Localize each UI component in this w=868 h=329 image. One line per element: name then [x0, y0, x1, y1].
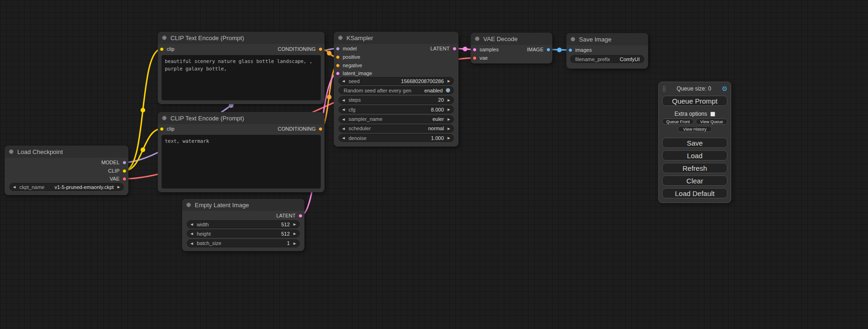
node-clip-text-encode-negative[interactable]: CLIP Text Encode (Prompt) clip CONDITION… [158, 112, 325, 192]
decrement-icon[interactable]: ◀ [191, 223, 193, 226]
node-title: CLIP Text Encode (Prompt) [170, 115, 244, 122]
image-output-slot[interactable] [546, 48, 550, 52]
decrement-icon[interactable]: ◀ [342, 79, 345, 83]
vae-output-slot[interactable] [122, 177, 127, 181]
node-load-checkpoint[interactable]: Load Checkpoint MODEL CLIP VAE ◀ ckpt_na… [5, 146, 128, 195]
node-graph-canvas[interactable]: CLIP Text Encode (Prompt) clip CONDITION… [0, 0, 868, 329]
queue-prompt-button[interactable]: Queue Prompt [662, 96, 727, 106]
decrement-icon[interactable]: ◀ [342, 98, 345, 102]
increment-icon[interactable]: ▶ [294, 242, 296, 245]
output-label-latent: LATENT [276, 213, 296, 218]
increment-icon[interactable]: ▶ [294, 223, 296, 226]
negative-prompt-textarea[interactable]: text, watermark [162, 135, 321, 189]
input-label-samples: samples [480, 47, 499, 52]
collapse-dot[interactable] [338, 35, 343, 40]
decrement-icon[interactable]: ◀ [342, 127, 345, 130]
model-output-slot[interactable] [122, 161, 127, 165]
model-input-slot[interactable] [336, 47, 340, 51]
widget-value: 512 [281, 231, 289, 237]
node-empty-latent-image[interactable]: Empty Latent Image LATENT ◀ width 512 ▶ … [182, 199, 304, 251]
decrement-icon[interactable]: ◀ [191, 242, 193, 245]
node-title: Load Checkpoint [17, 148, 63, 155]
samples-input-slot[interactable] [473, 48, 477, 52]
latent-output-slot[interactable] [452, 47, 457, 51]
output-label-model: MODEL [101, 160, 120, 165]
collapse-dot[interactable] [571, 37, 575, 42]
increment-icon[interactable]: ▶ [448, 98, 450, 102]
positive-input-slot[interactable] [336, 55, 340, 59]
node-save-image[interactable]: Save Image images filename_prefix ComfyU… [566, 33, 648, 69]
node-clip-text-encode-positive[interactable]: CLIP Text Encode (Prompt) clip CONDITION… [158, 32, 325, 104]
collapse-dot[interactable] [186, 203, 191, 207]
increment-icon[interactable]: ▶ [448, 136, 450, 140]
node-title-bar[interactable]: Empty Latent Image [182, 199, 304, 211]
increment-icon[interactable]: ▶ [448, 79, 450, 83]
save-button[interactable]: Save [662, 138, 727, 148]
widget-label: batch_size [197, 240, 221, 246]
collapse-dot[interactable] [162, 35, 167, 40]
increment-icon[interactable]: ▶ [118, 185, 120, 189]
conditioning-output-slot[interactable] [318, 47, 323, 51]
node-title-bar[interactable]: Save Image [566, 33, 648, 45]
negative-input-slot[interactable] [336, 63, 340, 68]
extra-options-label: Extra options [674, 111, 707, 117]
node-ksampler[interactable]: KSampler model LATENT positive negative … [334, 32, 459, 147]
clip-input-slot[interactable] [160, 47, 164, 51]
widget-scheduler[interactable]: ◀ scheduler normal ▶ [339, 125, 454, 133]
widget-steps[interactable]: ◀ steps 20 ▶ [339, 96, 454, 104]
widget-label: steps [348, 97, 360, 103]
latent-output-slot[interactable] [298, 214, 303, 218]
increment-icon[interactable]: ▶ [448, 127, 450, 130]
widget-batch-size[interactable]: ◀ batch_size 1 ▶ [187, 239, 300, 247]
load-default-button[interactable]: Load Default [662, 188, 727, 198]
collapse-dot[interactable] [475, 36, 480, 41]
collapse-dot[interactable] [162, 116, 167, 120]
node-title-bar[interactable]: VAE Decode [471, 33, 552, 45]
collapse-dot[interactable] [9, 149, 14, 154]
node-title-bar[interactable]: KSampler [334, 32, 459, 44]
increment-icon[interactable]: ▶ [448, 118, 450, 121]
decrement-icon[interactable]: ◀ [342, 118, 345, 121]
latent-image-input-slot[interactable] [336, 71, 340, 76]
settings-gear-icon[interactable]: ⚙ [721, 85, 727, 92]
vae-input-slot[interactable] [473, 56, 477, 60]
conditioning-output-slot[interactable] [318, 127, 323, 131]
wire-midpoint-image [557, 48, 562, 52]
widget-seed[interactable]: ◀ seed 156680208700286 ▶ [339, 77, 454, 85]
clip-output-slot[interactable] [122, 169, 127, 173]
positive-prompt-textarea[interactable]: beautiful scenery nature glass bottle la… [162, 55, 321, 100]
decrement-icon[interactable]: ◀ [342, 136, 345, 140]
wire-midpoint-positive [327, 51, 332, 56]
clear-button[interactable]: Clear [662, 175, 727, 186]
view-history-button[interactable]: View History [677, 126, 712, 132]
refresh-button[interactable]: Refresh [662, 163, 727, 173]
widget-height[interactable]: ◀ height 512 ▶ [187, 230, 300, 238]
widget-denoise[interactable]: ◀ denoise 1.000 ▶ [339, 134, 454, 142]
seed-control-toggle-dot[interactable] [446, 88, 450, 92]
node-title-bar[interactable]: CLIP Text Encode (Prompt) [158, 112, 325, 124]
node-title-bar[interactable]: Load Checkpoint [5, 146, 128, 158]
widget-value: normal [428, 126, 444, 131]
images-input-slot[interactable] [568, 48, 572, 52]
queue-front-button[interactable]: Queue Front [662, 119, 694, 125]
decrement-icon[interactable]: ◀ [191, 232, 193, 235]
extra-options-checkbox[interactable] [710, 112, 715, 117]
widget-ckpt-name[interactable]: ◀ ckpt_name v1-5-pruned-emaonly.ckpt ▶ [9, 183, 124, 191]
widget-width[interactable]: ◀ width 512 ▶ [187, 220, 300, 228]
widget-value: 156680208700286 [401, 78, 444, 84]
load-button[interactable]: Load [662, 150, 727, 161]
view-queue-button[interactable]: View Queue [696, 119, 727, 125]
input-label-images: images [575, 47, 592, 53]
increment-icon[interactable]: ▶ [448, 108, 450, 111]
node-vae-decode[interactable]: VAE Decode samples IMAGE vae [471, 33, 552, 63]
clip-input-slot[interactable] [160, 127, 164, 131]
increment-icon[interactable]: ▶ [294, 232, 296, 235]
node-title-bar[interactable]: CLIP Text Encode (Prompt) [158, 32, 325, 44]
drag-handle-icon[interactable]: ⣿ [662, 85, 666, 92]
widget-filename-prefix[interactable]: filename_prefix ComfyUI [570, 55, 644, 63]
decrement-icon[interactable]: ◀ [13, 185, 15, 189]
widget-seed-control[interactable]: Random seed after every gen enabled [339, 86, 454, 94]
widget-sampler-name[interactable]: ◀ sampler_name euler ▶ [339, 115, 454, 123]
widget-cfg[interactable]: ◀ cfg 8.000 ▶ [339, 105, 454, 113]
decrement-icon[interactable]: ◀ [342, 108, 345, 111]
